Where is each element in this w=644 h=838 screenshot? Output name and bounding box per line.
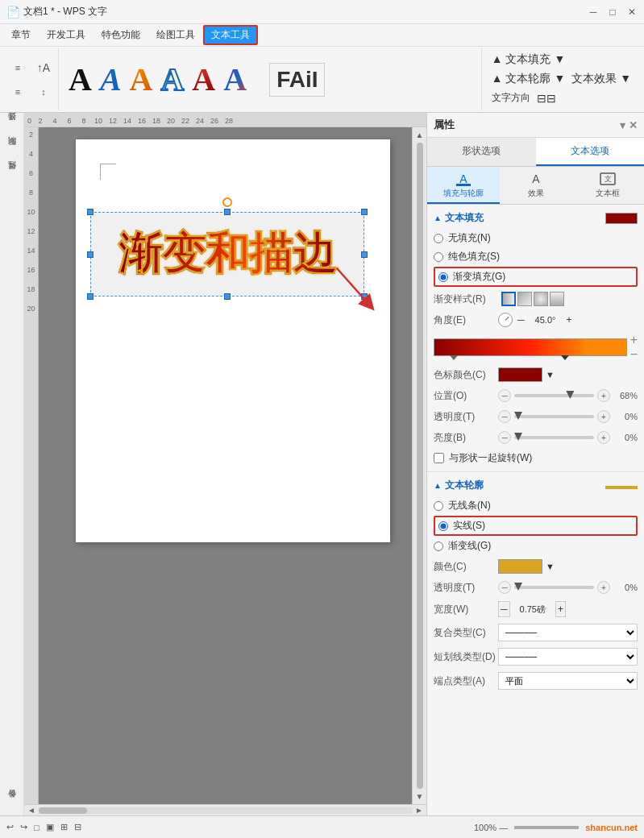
gradient-handle-left[interactable]	[450, 355, 458, 360]
width-minus[interactable]: ─	[498, 601, 510, 617]
gs-sq-4[interactable]	[550, 292, 564, 306]
outline-gradient-radio[interactable]	[434, 541, 443, 551]
scroll-right[interactable]: ►	[412, 806, 426, 815]
stop-color-dropdown[interactable]: ▼	[546, 370, 555, 380]
angle-circle[interactable]	[498, 313, 513, 327]
subtab-effect[interactable]: A 效果	[500, 167, 572, 204]
gradient-bar[interactable]	[434, 338, 627, 356]
angle-minus[interactable]: ─	[516, 313, 526, 327]
tab-shape-options[interactable]: 形状选项	[427, 138, 536, 166]
tab-text-options[interactable]: 文本选项	[536, 138, 645, 166]
left-btn-2[interactable]: 限制	[1, 140, 23, 163]
ribbon-btn-list[interactable]: ≡	[6, 56, 29, 79]
textfill-none[interactable]: 无填充(N)	[434, 230, 638, 247]
status-icon1[interactable]: □	[34, 823, 39, 832]
menu-chapter[interactable]: 章节	[3, 25, 39, 45]
textfill-gradient[interactable]: 渐变填充(G)	[434, 267, 638, 287]
outline-solid-radio[interactable]	[438, 521, 448, 531]
ribbon-btn-list2[interactable]: ≡	[6, 81, 29, 103]
compound-select[interactable]: ─────	[498, 624, 638, 641]
outline-color-swatch[interactable]	[498, 559, 542, 574]
handle-ml[interactable]	[87, 251, 93, 258]
gradient-add-stop[interactable]: +	[630, 334, 638, 346]
outline-solid[interactable]: 实线(S)	[434, 516, 638, 536]
status-icon2[interactable]: ▣	[46, 822, 54, 832]
menu-draw[interactable]: 绘图工具	[148, 25, 203, 45]
ribbon-btn-align[interactable]: ↕	[32, 81, 55, 103]
textfill-solid-radio[interactable]	[434, 252, 443, 262]
gradient-remove-stop[interactable]: −	[630, 348, 638, 361]
outline-gradient[interactable]: 渐变线(G)	[434, 537, 638, 554]
outline-none-radio[interactable]	[434, 501, 443, 511]
outline-none[interactable]: 无线条(N)	[434, 497, 638, 514]
textoutline-header[interactable]: ▲ 文本轮廓	[427, 475, 644, 496]
handle-mr[interactable]	[361, 251, 368, 258]
handle-tm[interactable]	[224, 209, 231, 215]
transparency-slider-fill[interactable]	[514, 415, 594, 418]
position-minus[interactable]: ─	[498, 389, 511, 402]
zoom-slider[interactable]	[514, 826, 579, 829]
handle-br[interactable]	[361, 293, 368, 300]
ribbon-textdir[interactable]: 文字方向 ⊟⊟	[488, 90, 634, 106]
position-slider[interactable]	[514, 394, 594, 397]
scroll-left[interactable]: ◄	[24, 806, 39, 815]
ribbon-btn-indent-up[interactable]: ↑A	[32, 56, 55, 79]
rotate-shape-checkbox[interactable]	[434, 453, 444, 463]
scroll-down[interactable]: ▼	[416, 792, 424, 801]
scroll-thumb-h[interactable]	[39, 807, 87, 814]
scroll-up[interactable]: ▲	[416, 131, 424, 139]
ribbon-textfill[interactable]: ▲ 文本填充 ▼	[488, 52, 634, 68]
gradient-handle-main[interactable]	[561, 355, 569, 360]
left-btn-1[interactable]: 选择	[1, 116, 23, 139]
dash-select[interactable]: ─────	[498, 648, 638, 666]
menu-devtools[interactable]: 开发工具	[39, 25, 93, 45]
menu-features[interactable]: 特色功能	[93, 25, 148, 45]
left-btn-3[interactable]: 属性	[1, 164, 23, 187]
panel-close-icon[interactable]: ✕	[629, 119, 638, 131]
handle-bl[interactable]	[87, 293, 93, 300]
close-button[interactable]: ✕	[623, 3, 641, 21]
transparency-minus-outline[interactable]: ─	[498, 581, 511, 594]
font-style-a4[interactable]: A	[159, 62, 185, 97]
menu-texttools[interactable]: 文本工具	[203, 25, 258, 45]
subtab-fill-outline[interactable]: A 填充与轮廓	[427, 167, 500, 204]
status-redo[interactable]: ↪	[20, 822, 27, 832]
gs-sq-3[interactable]	[534, 292, 548, 306]
handle-tr[interactable]	[361, 209, 368, 215]
font-style-a3[interactable]: A	[128, 62, 155, 97]
left-btn-4[interactable]: 备份	[1, 793, 23, 815]
brightness-minus[interactable]: ─	[498, 431, 511, 444]
position-plus[interactable]: +	[597, 389, 610, 402]
status-undo[interactable]: ↩	[6, 822, 14, 832]
handle-tl[interactable]	[87, 209, 93, 215]
maximize-button[interactable]: □	[604, 3, 621, 21]
cap-select[interactable]: 平面	[498, 672, 638, 690]
scroll-track[interactable]	[39, 807, 412, 814]
ribbon-textoutline[interactable]: ▲ 文本轮廓 ▼ 文本效果 ▼	[488, 71, 634, 87]
angle-plus[interactable]: +	[565, 313, 574, 327]
gs-sq-2[interactable]	[517, 292, 532, 306]
transparency-plus-fill[interactable]: +	[597, 410, 610, 423]
gs-sq-1[interactable]	[501, 292, 516, 306]
stop-color-swatch[interactable]	[498, 367, 542, 382]
minimize-button[interactable]: ─	[584, 3, 602, 21]
font-style-a2[interactable]: A	[98, 62, 123, 97]
textfill-none-radio[interactable]	[434, 234, 443, 243]
font-style-a6[interactable]: A	[222, 62, 248, 97]
textfill-header[interactable]: ▲ 文本填充	[427, 208, 644, 228]
status-icon4[interactable]: ⊟	[74, 822, 81, 832]
subtab-textbox[interactable]: 文 文本框	[571, 167, 644, 204]
font-style-a1[interactable]: A	[67, 62, 93, 97]
textfill-gradient-radio[interactable]	[438, 272, 448, 282]
brightness-slider[interactable]	[514, 436, 594, 439]
transparency-minus-fill[interactable]: ─	[498, 410, 511, 423]
width-plus[interactable]: +	[555, 601, 566, 617]
outline-color-dropdown[interactable]: ▼	[546, 562, 555, 571]
textfill-solid[interactable]: 纯色填充(S)	[434, 248, 638, 265]
handle-bm[interactable]	[224, 293, 231, 300]
brightness-plus[interactable]: +	[597, 431, 610, 444]
panel-collapse-icon[interactable]: ▾	[620, 119, 625, 131]
transparency-plus-outline[interactable]: +	[597, 581, 610, 594]
scroll-thumb[interactable]	[417, 143, 423, 789]
status-icon3[interactable]: ⊞	[60, 822, 68, 832]
